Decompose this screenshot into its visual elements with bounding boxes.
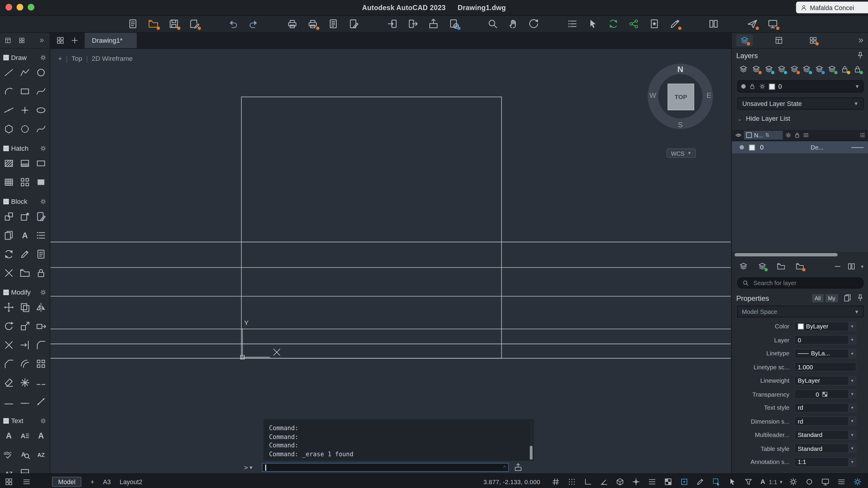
stretch-button[interactable] — [35, 320, 47, 332]
property-value-transparency[interactable]: 0▾ — [795, 390, 857, 399]
command-history[interactable]: Command:Command:Command:Command: _erase … — [264, 419, 534, 461]
menu-icon[interactable] — [22, 477, 31, 486]
command-input[interactable]: ˄ — [262, 463, 509, 472]
palette-tab-layers-button[interactable] — [736, 34, 753, 47]
palette-overflow-icon[interactable] — [857, 36, 864, 45]
layer-unisolate-button[interactable] — [801, 63, 813, 75]
hatch-button[interactable] — [3, 157, 15, 170]
gradient-button[interactable] — [19, 157, 31, 170]
drawing-geometry[interactable]: Y — [51, 48, 731, 474]
scale-text-button[interactable]: AZ — [3, 467, 15, 474]
chamfer-button[interactable] — [3, 358, 15, 370]
undo-button[interactable] — [227, 18, 239, 30]
palette-tab-blocks-button[interactable] — [770, 34, 787, 47]
palette-add-icon[interactable] — [18, 36, 25, 45]
share-drawing-button[interactable] — [746, 18, 758, 30]
create-block-button[interactable] — [19, 210, 31, 222]
scrollbar-thumb[interactable] — [735, 253, 837, 256]
isolate-objects-button[interactable] — [803, 476, 815, 488]
layer-isolate-button[interactable] — [788, 63, 800, 75]
gear-icon[interactable] — [40, 198, 46, 205]
solid-fill-button[interactable] — [35, 176, 47, 188]
viewport-menu-plus[interactable]: + — [58, 55, 62, 63]
fillet-button[interactable] — [35, 339, 47, 351]
new-group-filter-button[interactable] — [775, 260, 787, 272]
workspace-switching-button[interactable] — [787, 476, 799, 488]
property-value-color[interactable]: ByLayer▾ — [795, 322, 857, 331]
current-layer-selector[interactable]: 0 ▼ — [737, 81, 864, 93]
attach-reference-button[interactable] — [35, 248, 47, 260]
save-button[interactable] — [168, 18, 180, 30]
markup-import-button[interactable] — [669, 18, 681, 30]
customization-button[interactable] — [835, 476, 847, 488]
copy-button[interactable] — [19, 301, 31, 313]
explode-button[interactable] — [19, 376, 31, 389]
viewcube-top-face[interactable]: TOP — [668, 84, 694, 110]
viewcube-east[interactable]: E — [707, 91, 711, 100]
layer-color-swatch[interactable] — [749, 144, 755, 150]
insert-block-button[interactable] — [3, 210, 15, 222]
redo-button[interactable] — [247, 18, 259, 30]
write-block-button[interactable] — [3, 229, 15, 242]
property-value-layer[interactable]: 0▾ — [795, 335, 857, 345]
lineweight-column-icon[interactable] — [803, 132, 809, 138]
property-value-annotation-s[interactable]: 1:1▾ — [795, 457, 857, 467]
block-editor-button[interactable] — [35, 210, 47, 222]
helix-button[interactable] — [35, 123, 47, 135]
move-button[interactable] — [3, 301, 15, 313]
save-as-button[interactable] — [188, 18, 200, 30]
manage-attributes-button[interactable] — [35, 229, 47, 242]
filter-my-button[interactable]: My — [825, 294, 838, 302]
clip-reference-button[interactable] — [3, 267, 15, 279]
isometric-drafting-button[interactable] — [614, 476, 626, 488]
share-command-icon[interactable] — [514, 463, 523, 472]
check-spelling-button[interactable]: abc — [3, 449, 15, 461]
plot-button[interactable] — [307, 18, 319, 30]
annotation-monitor-button[interactable] — [694, 476, 706, 488]
open-folder-button[interactable] — [147, 18, 159, 30]
palette-overflow-icon[interactable] — [38, 36, 45, 45]
rectangle-button[interactable] — [19, 85, 31, 97]
scrollbar-thumb[interactable] — [530, 446, 532, 460]
define-attribute-button[interactable]: A — [19, 229, 31, 242]
layer-properties-button[interactable] — [566, 18, 579, 30]
annotative-text-button[interactable]: A — [35, 430, 47, 442]
construction-line-button[interactable] — [3, 104, 15, 116]
erase-button[interactable] — [3, 376, 15, 389]
object-snap-tracking-button[interactable] — [630, 476, 642, 488]
selection-scope-dropdown[interactable]: Model Space ▼ — [737, 306, 864, 317]
pan-button[interactable] — [507, 18, 519, 30]
chevron-down-icon[interactable]: ▾ — [861, 264, 864, 270]
layer-list-empty-area[interactable] — [732, 153, 868, 252]
print-button[interactable] — [286, 18, 298, 30]
layout-tab-model[interactable]: Model — [52, 477, 82, 487]
update-fields-button[interactable] — [607, 18, 619, 30]
polygon-button[interactable] — [3, 123, 15, 135]
viewcube-west[interactable]: W — [649, 91, 656, 100]
trace-monitor-button[interactable] — [767, 18, 779, 30]
mirror-button[interactable] — [35, 301, 47, 313]
annotation-scale-widget[interactable]: A 1:1 ▼ — [758, 477, 783, 486]
zoom-button[interactable] — [28, 4, 34, 10]
layer-new-button[interactable] — [750, 63, 762, 75]
lengthen-button[interactable] — [19, 395, 31, 407]
viewport-configuration-button[interactable] — [708, 18, 720, 30]
sun-icon[interactable] — [785, 132, 792, 138]
revision-cloud-button[interactable] — [19, 123, 31, 135]
new-tab-icon[interactable] — [70, 36, 79, 45]
edit-attribute-button[interactable] — [19, 248, 31, 260]
property-value-dimension-s[interactable]: rd▾ — [795, 417, 857, 426]
zoom-window-button[interactable] — [487, 18, 499, 30]
gear-icon[interactable] — [40, 145, 46, 152]
point-button[interactable] — [19, 104, 31, 116]
collapse-history-icon[interactable]: ˄ — [503, 464, 506, 469]
layer-freeze-button[interactable] — [763, 63, 775, 75]
eye-icon[interactable] — [735, 132, 742, 138]
grid-display-button[interactable] — [550, 476, 562, 488]
layer-row-0[interactable]: 0 De... — [732, 141, 868, 153]
layer-settings-button[interactable] — [737, 260, 749, 272]
viewport-menu-visualstyle[interactable]: 2D Wireframe — [92, 55, 132, 63]
horizontal-scrollbar[interactable] — [733, 253, 867, 256]
hatch-edit-button[interactable] — [3, 176, 15, 188]
trim-button[interactable] — [3, 339, 15, 351]
